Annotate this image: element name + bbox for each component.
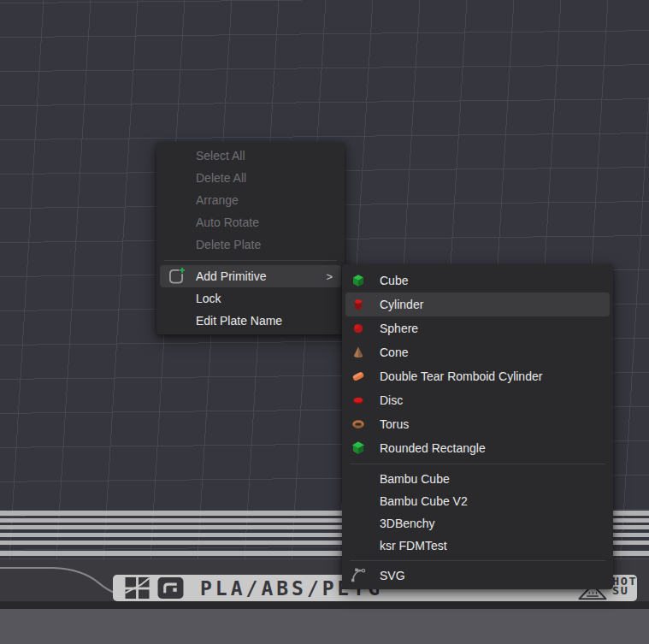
bambu-logo-icon	[124, 576, 151, 600]
submenu-item-ksr-fdmtest[interactable]: ksr FDMTest	[345, 535, 610, 557]
submenu-item-double-tear-romboid-cylinder[interactable]: Double Tear Romboid Cylinder	[345, 364, 610, 388]
disc-icon	[351, 393, 366, 408]
add-primitive-submenu: Cube Cylinder Sphere	[342, 264, 613, 589]
menu-separator	[164, 260, 337, 261]
studio-logo-icon	[156, 576, 185, 600]
submenu-item-svg[interactable]: SVG	[345, 564, 610, 587]
submenu-item-cylinder[interactable]: Cylinder	[345, 292, 610, 316]
double-tear-romboid-cylinder-icon	[351, 369, 366, 384]
submenu-item-bambu-cube[interactable]: Bambu Cube	[345, 468, 610, 490]
sphere-icon	[351, 321, 366, 336]
hot-surface-text: HOT SU	[612, 577, 637, 596]
submenu-item-torus[interactable]: Torus	[345, 412, 610, 436]
menu-item-arrange: Arrange	[160, 189, 341, 211]
bezier-curve-icon	[349, 566, 368, 585]
menu-item-edit-plate-name[interactable]: Edit Plate Name	[160, 310, 341, 332]
submenu-item-disc[interactable]: Disc	[345, 388, 610, 412]
menu-item-lock[interactable]: Lock	[160, 287, 341, 310]
plate-bottom-edge	[0, 601, 649, 609]
submenu-item-sphere[interactable]: Sphere	[345, 316, 610, 340]
submenu-separator	[350, 464, 605, 464]
submenu-separator	[350, 560, 605, 561]
submenu-item-cube[interactable]: Cube	[345, 269, 610, 292]
menu-item-delete-plate: Delete Plate	[160, 233, 341, 256]
torus-icon	[351, 417, 366, 432]
cone-icon	[351, 345, 366, 360]
submenu-item-bambu-cube-v2[interactable]: Bambu Cube V2	[345, 490, 610, 512]
rounded-rectangle-icon	[351, 440, 366, 456]
submenu-item-cone[interactable]: Cone	[345, 340, 610, 364]
add-primitive-icon	[166, 266, 186, 287]
menu-item-auto-rotate: Auto Rotate	[160, 211, 341, 233]
menu-item-delete-all: Delete All	[160, 167, 341, 189]
cube-icon	[351, 273, 366, 288]
menu-item-select-all: Select All	[160, 145, 341, 167]
menu-item-add-primitive[interactable]: Add Primitive >	[160, 265, 341, 287]
cylinder-icon	[351, 297, 366, 312]
submenu-item-3dbenchy[interactable]: 3DBenchy	[345, 512, 610, 535]
submenu-chevron-icon: >	[326, 270, 333, 283]
plate-context-menu: Select All Delete All Arrange Auto Rotat…	[156, 142, 345, 334]
submenu-item-rounded-rectangle[interactable]: Rounded Rectangle	[345, 436, 610, 460]
